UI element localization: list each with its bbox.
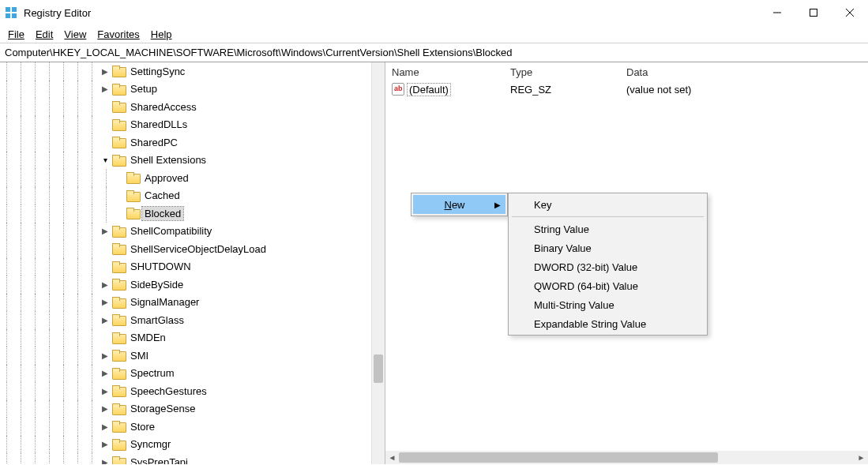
menu-edit[interactable]: Edit bbox=[31, 27, 58, 42]
tree-label[interactable]: Syncmgr bbox=[128, 437, 173, 451]
value-data: (value not set) bbox=[620, 84, 868, 96]
tree-item-shellserviceobjectdelayload[interactable]: ShellServiceObjectDelayLoad bbox=[0, 240, 371, 258]
tree-label[interactable]: Approved bbox=[142, 171, 191, 185]
tree-label[interactable]: SysPrepTapi bbox=[128, 456, 190, 464]
context-menu-new[interactable]: New ▶ bbox=[413, 195, 505, 214]
address-bar[interactable]: Computer\HKEY_LOCAL_MACHINE\SOFTWARE\Mic… bbox=[0, 43, 868, 62]
registry-tree[interactable]: ▶SettingSync▶SetupSharedAccessSharedDLLs… bbox=[0, 62, 371, 464]
value-name[interactable]: (Default) bbox=[408, 84, 450, 96]
tree-item-sidebyside[interactable]: ▶SideBySide bbox=[0, 276, 371, 294]
tree-label[interactable]: Blocked bbox=[142, 207, 183, 220]
tree-label[interactable]: StorageSense bbox=[128, 402, 197, 415]
tree-label[interactable]: SideBySide bbox=[128, 278, 186, 291]
tree-label[interactable]: SharedAccess bbox=[128, 100, 199, 114]
tree-label[interactable]: Store bbox=[128, 420, 157, 433]
close-button[interactable] bbox=[832, 0, 868, 25]
expand-icon[interactable]: ▶ bbox=[100, 422, 111, 431]
tree-item-approved[interactable]: Approved bbox=[0, 169, 371, 187]
tree-label[interactable]: Cached bbox=[142, 189, 182, 202]
folder-icon bbox=[112, 261, 125, 272]
tree-item-smartglass[interactable]: ▶SmartGlass bbox=[0, 311, 371, 329]
tree-label[interactable]: ShellCompatibility bbox=[128, 224, 214, 238]
tree-label[interactable]: SpeechGestures bbox=[128, 384, 209, 398]
expand-icon[interactable]: ▶ bbox=[100, 298, 111, 306]
ctx-new-qword[interactable]: QWORD (64-bit) Value bbox=[510, 276, 705, 295]
ctx-new-binary[interactable]: Binary Value bbox=[510, 238, 705, 257]
tree-scrollbar[interactable] bbox=[371, 62, 385, 464]
tree-label[interactable]: SMI bbox=[128, 349, 151, 362]
tree-label[interactable]: SharedDLLs bbox=[128, 118, 190, 131]
folder-icon bbox=[112, 403, 125, 414]
tree-item-spectrum[interactable]: ▶Spectrum bbox=[0, 365, 371, 383]
column-data[interactable]: Data bbox=[620, 64, 868, 81]
expand-icon[interactable]: ▶ bbox=[100, 280, 111, 289]
list-row[interactable]: (Default) REG_SZ (value not set) bbox=[385, 81, 868, 97]
context-submenu-new[interactable]: Key String Value Binary Value DWORD (32-… bbox=[508, 193, 708, 336]
tree-item-sharedpc[interactable]: SharedPC bbox=[0, 133, 371, 152]
tree-item-signalmanager[interactable]: ▶SignalManager bbox=[0, 294, 371, 312]
ctx-new-dword[interactable]: DWORD (32-bit) Value bbox=[510, 257, 705, 276]
list-header[interactable]: Name Type Data bbox=[385, 62, 868, 81]
tree-label[interactable]: SharedPC bbox=[128, 136, 180, 149]
ctx-new-key[interactable]: Key bbox=[510, 195, 705, 214]
tree-item-settingsync[interactable]: ▶SettingSync bbox=[0, 62, 371, 81]
tree-item-syspreptapi[interactable]: ▶SysPrepTapi bbox=[0, 453, 371, 464]
expand-icon[interactable]: ▶ bbox=[100, 369, 111, 377]
expand-icon[interactable]: ▶ bbox=[100, 227, 111, 235]
tree-item-smden[interactable]: SMDEn bbox=[0, 329, 371, 347]
tree-item-blocked[interactable]: Blocked bbox=[0, 204, 371, 223]
folder-icon bbox=[126, 172, 139, 183]
tree-label[interactable]: SettingSync bbox=[128, 65, 187, 78]
expand-icon[interactable]: ▶ bbox=[100, 84, 111, 93]
tree-label[interactable]: SHUTDOWN bbox=[128, 260, 194, 273]
tree-item-smi[interactable]: ▶SMI bbox=[0, 347, 371, 365]
expand-icon[interactable]: ▶ bbox=[100, 404, 111, 413]
ctx-new-string[interactable]: String Value bbox=[510, 219, 705, 238]
expand-icon[interactable]: ▶ bbox=[100, 67, 111, 76]
tree-item-shell-extensions[interactable]: ▾Shell Extensions bbox=[0, 152, 371, 170]
tree-label[interactable]: SmartGlass bbox=[128, 313, 186, 327]
tree-label[interactable]: Shell Extensions bbox=[128, 153, 209, 167]
context-menu[interactable]: New ▶ bbox=[411, 193, 508, 216]
tree-item-shellcompatibility[interactable]: ▶ShellCompatibility bbox=[0, 223, 371, 241]
tree-item-syncmgr[interactable]: ▶Syncmgr bbox=[0, 436, 371, 454]
list-h-scrollbar[interactable]: ◄ ► bbox=[385, 451, 868, 464]
tree-item-cached[interactable]: Cached bbox=[0, 187, 371, 205]
tree-item-storagesense[interactable]: ▶StorageSense bbox=[0, 400, 371, 418]
tree-item-shareddlls[interactable]: SharedDLLs bbox=[0, 116, 371, 134]
expand-icon[interactable]: ▶ bbox=[100, 316, 111, 324]
svg-rect-0 bbox=[6, 7, 10, 12]
window-buttons bbox=[759, 0, 868, 25]
tree-label[interactable]: SMDEn bbox=[128, 331, 168, 344]
column-name[interactable]: Name bbox=[385, 64, 504, 81]
ctx-new-multistring[interactable]: Multi-String Value bbox=[510, 295, 705, 314]
folder-icon bbox=[126, 208, 139, 219]
expand-icon[interactable]: ▶ bbox=[100, 440, 111, 448]
tree-label[interactable]: SignalManager bbox=[128, 295, 201, 309]
expand-icon[interactable]: ▶ bbox=[100, 458, 111, 464]
tree-item-setup[interactable]: ▶Setup bbox=[0, 81, 371, 99]
folder-icon bbox=[112, 226, 125, 237]
tree-item-speechgestures[interactable]: ▶SpeechGestures bbox=[0, 382, 371, 400]
tree-item-sharedaccess[interactable]: SharedAccess bbox=[0, 98, 371, 116]
minimize-button[interactable] bbox=[759, 0, 795, 25]
collapse-icon[interactable]: ▾ bbox=[100, 156, 111, 164]
menu-help[interactable]: Help bbox=[146, 27, 177, 42]
tree-label[interactable]: Spectrum bbox=[128, 366, 177, 380]
scroll-right-arrow[interactable]: ► bbox=[855, 451, 868, 464]
folder-icon bbox=[112, 66, 125, 77]
menu-view[interactable]: View bbox=[59, 27, 91, 42]
column-type[interactable]: Type bbox=[504, 64, 620, 81]
tree-label[interactable]: Setup bbox=[128, 82, 160, 96]
menu-file[interactable]: File bbox=[3, 27, 29, 42]
folder-icon bbox=[112, 439, 125, 450]
ctx-new-expandstring[interactable]: Expandable String Value bbox=[510, 314, 705, 333]
tree-item-shutdown[interactable]: SHUTDOWN bbox=[0, 258, 371, 276]
maximize-button[interactable] bbox=[795, 0, 832, 25]
tree-label[interactable]: ShellServiceObjectDelayLoad bbox=[128, 242, 269, 256]
expand-icon[interactable]: ▶ bbox=[100, 351, 111, 360]
scroll-left-arrow[interactable]: ◄ bbox=[385, 451, 399, 464]
expand-icon[interactable]: ▶ bbox=[100, 387, 111, 396]
tree-item-store[interactable]: ▶Store bbox=[0, 418, 371, 436]
menu-favorites[interactable]: Favorites bbox=[92, 27, 144, 42]
